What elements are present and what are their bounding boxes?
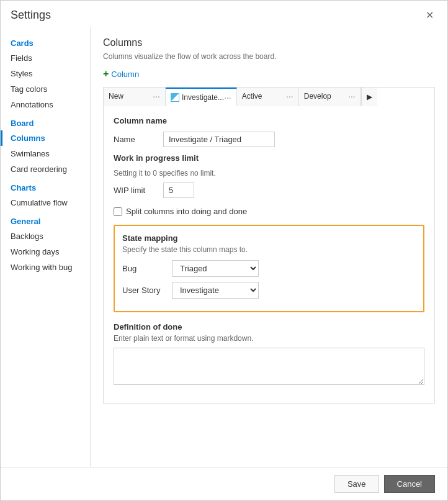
state-mapping-desc: Specify the state this column maps to. [122,245,416,254]
main-content: Columns Columns visualize the flow of wo… [91,27,447,467]
tab-new-menu-icon[interactable]: ··· [153,91,160,101]
wip-section: Work in progress limit Setting it to 0 s… [114,153,424,198]
tab-new[interactable]: New ··· [104,88,166,106]
tab-develop-menu-icon[interactable]: ··· [348,91,356,101]
split-columns-label: Split columns into doing and done [126,207,247,216]
state-mapping-title: State mapping [122,233,416,243]
dialog-footer: Save Cancel [1,467,447,500]
sidebar-section-general: General [1,210,90,228]
wip-section-title: Work in progress limit [114,153,424,163]
sidebar-item-working-with-bug[interactable]: Working with bug [1,260,90,275]
user-story-state-select[interactable]: Investigate New Active Resolved [172,282,259,299]
sidebar-item-columns[interactable]: Columns [1,130,90,146]
page-title: Columns [103,37,435,48]
wip-limit-input[interactable] [163,183,194,198]
tab-active-label: Active [242,92,262,101]
investigate-icon [171,93,179,102]
tab-develop-label: Develop [304,92,331,101]
sidebar-item-swimlanes[interactable]: Swimlanes [1,146,90,161]
dod-desc: Enter plain text or format using markdow… [114,334,424,343]
tab-new-label: New [109,92,123,101]
tab-investigate-label: Investigate... [182,93,224,102]
wip-desc: Setting it to 0 specifies no limit. [114,169,424,178]
name-row: Name [114,132,424,147]
dialog-title: Settings [11,9,51,22]
tabs-scroll-right-button[interactable]: ▶ [361,88,377,106]
save-button[interactable]: Save [334,475,379,493]
column-name-input[interactable] [163,132,275,147]
close-button[interactable]: ✕ [422,8,437,22]
state-mapping-box: State mapping Specify the state this col… [114,225,424,312]
tab-investigate[interactable]: Investigate... ··· [166,88,237,106]
sidebar-item-styles[interactable]: Styles [1,66,90,81]
sidebar-section-board: Board [1,112,90,130]
column-tabs: New ··· Investigate... ··· Ac [103,87,435,106]
sidebar-item-working-days[interactable]: Working days [1,244,90,260]
column-name-section-title: Column name [114,116,424,125]
settings-dialog: Settings ✕ Cards Fields Styles Tag color… [0,0,448,501]
sidebar-item-fields[interactable]: Fields [1,50,90,66]
tab-investigate-menu-icon[interactable]: ··· [224,93,231,102]
sidebar: Cards Fields Styles Tag colors Annotatio… [1,27,91,467]
section-description: Columns visualize the flow of work acros… [103,52,435,61]
user-story-state-label: User Story [122,286,172,295]
sidebar-item-card-reordering[interactable]: Card reordering [1,161,90,177]
sidebar-section-cards: Cards [1,32,90,50]
sidebar-item-tag-colors[interactable]: Tag colors [1,81,90,97]
user-story-state-row: User Story Investigate New Active Resolv… [122,282,416,299]
name-label: Name [114,135,163,144]
add-column-button[interactable]: + Column [103,68,139,79]
bug-state-select[interactable]: Triaged New Active Resolved [172,260,259,277]
tab-develop[interactable]: Develop ··· [299,88,361,106]
sidebar-item-cumulative-flow[interactable]: Cumulative flow [1,195,90,210]
split-columns-checkbox[interactable] [114,207,122,216]
bug-state-label: Bug [122,264,172,273]
title-bar: Settings ✕ [1,1,447,27]
dod-title: Definition of done [114,322,424,332]
tab-active[interactable]: Active ··· [237,88,299,106]
plus-icon: + [103,68,109,79]
wip-row: WIP limit [114,183,424,198]
dialog-body: Cards Fields Styles Tag colors Annotatio… [1,27,447,467]
dod-textarea[interactable] [114,348,424,385]
cancel-button[interactable]: Cancel [384,475,435,493]
sidebar-item-annotations[interactable]: Annotations [1,97,90,112]
form-area: Column name Name Work in progress limit … [103,106,435,404]
dod-section: Definition of done Enter plain text or f… [114,322,424,387]
wip-label: WIP limit [114,186,163,195]
add-column-label: Column [111,70,139,79]
sidebar-item-backlogs[interactable]: Backlogs [1,228,90,244]
bug-state-row: Bug Triaged New Active Resolved [122,260,416,277]
sidebar-section-charts: Charts [1,177,90,195]
tab-active-menu-icon[interactable]: ··· [286,91,293,101]
split-columns-row: Split columns into doing and done [114,207,424,216]
